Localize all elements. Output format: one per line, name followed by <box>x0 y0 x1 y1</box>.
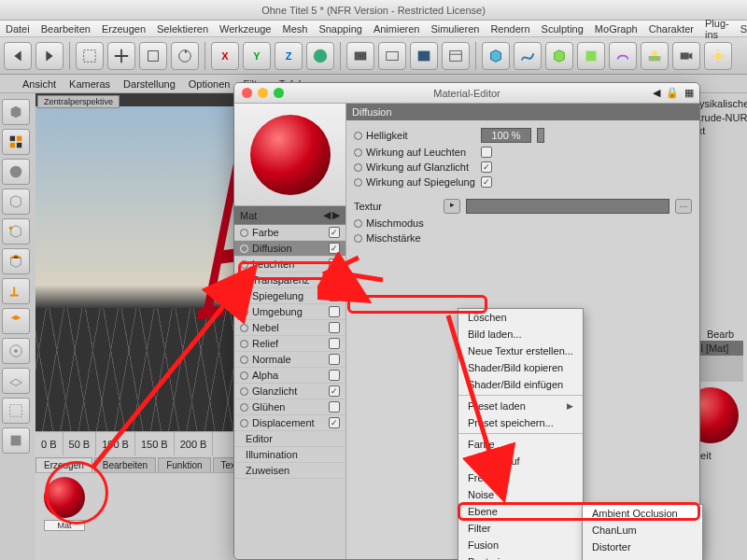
menu-sculpting[interactable]: Sculpting <box>542 23 584 35</box>
nav-back-icon[interactable]: ◀ <box>653 87 660 99</box>
viewtab-optionen[interactable]: Optionen <box>189 78 231 90</box>
menu-skript[interactable]: Skript <box>740 23 747 35</box>
textur-dropdown-button[interactable]: ▸ <box>444 199 460 214</box>
ctx-item[interactable]: Neue Textur erstellen... <box>458 343 583 359</box>
material-swatch[interactable]: Mat <box>39 477 90 531</box>
channel-checkbox[interactable] <box>329 401 340 413</box>
mattab-funktion[interactable]: Funktion <box>158 457 210 472</box>
move-tool[interactable] <box>107 42 135 70</box>
channel-glühen[interactable]: Glühen <box>234 399 345 415</box>
channel-checkbox[interactable] <box>329 354 340 365</box>
checkbox[interactable] <box>481 161 492 173</box>
menu-mograph[interactable]: MoGraph <box>595 23 638 35</box>
menu-plug-ins[interactable]: Plug-ins <box>705 18 729 40</box>
channel-glanzlicht[interactable]: Glanzlicht <box>234 384 345 399</box>
menu-bearbeiten[interactable]: Bearbeiten <box>41 23 91 35</box>
nurbs-button[interactable] <box>545 42 573 70</box>
channel-spiegelung[interactable]: Spiegelung <box>234 288 345 304</box>
menu-simulieren[interactable]: Simulieren <box>430 23 479 35</box>
channel-leuchten[interactable]: Leuchten <box>234 257 345 273</box>
material-preview[interactable] <box>234 104 345 206</box>
channel-normale[interactable]: Normale <box>234 352 345 368</box>
world-button[interactable] <box>306 42 334 70</box>
menu-mesh[interactable]: Mesh <box>282 23 307 35</box>
generator-button[interactable] <box>577 42 605 70</box>
channel-illumination[interactable]: Illumination <box>234 447 345 463</box>
environment-button[interactable] <box>641 42 669 70</box>
deformer-button[interactable] <box>609 42 637 70</box>
object-mode-icon[interactable] <box>2 99 30 125</box>
z-axis-button[interactable]: Z <box>275 42 303 70</box>
menu-rendern[interactable]: Rendern <box>490 23 529 35</box>
light-button[interactable] <box>704 42 732 70</box>
mattab-bearbeiten[interactable]: Bearbeiten <box>94 457 156 472</box>
channel-checkbox[interactable] <box>329 290 340 301</box>
rotate-tool[interactable] <box>171 42 199 70</box>
channel-displacement[interactable]: Displacement <box>234 415 345 431</box>
channel-checkbox[interactable] <box>329 417 340 428</box>
texture-mode-icon[interactable] <box>2 159 30 185</box>
channel-checkbox[interactable] <box>329 274 340 286</box>
channel-checkbox[interactable] <box>329 338 340 349</box>
tweak-icon[interactable] <box>2 398 30 424</box>
menu-charakter[interactable]: Charakter <box>649 23 694 35</box>
viewtab-ansicht[interactable]: Ansicht <box>22 78 56 90</box>
lock-icon[interactable]: 🔒 <box>666 87 679 99</box>
ctx-item[interactable]: Filter <box>458 520 583 537</box>
menu-erzeugen[interactable]: Erzeugen <box>102 23 146 35</box>
channel-checkbox[interactable] <box>329 259 340 270</box>
channel-checkbox[interactable] <box>329 370 340 381</box>
helligkeit-input[interactable]: 100 % <box>481 128 531 143</box>
menu-datei[interactable]: Datei <box>6 23 30 35</box>
snap-icon[interactable] <box>2 338 30 364</box>
channel-transparenz[interactable]: Transparenz <box>234 273 345 288</box>
axis-mode-icon[interactable] <box>2 278 30 304</box>
render-button[interactable] <box>346 42 374 70</box>
menu-snapping[interactable]: Snapping <box>318 23 362 35</box>
uv-mode-icon[interactable] <box>2 308 30 334</box>
textur-field[interactable] <box>466 199 669 214</box>
ctx-item[interactable]: Noise <box>458 486 583 503</box>
submenu-item[interactable]: Distorter <box>583 539 702 555</box>
viewtab-kameras[interactable]: Kameras <box>69 78 110 90</box>
window-titlebar[interactable]: Material-Editor ◀🔒▦ <box>234 83 699 104</box>
textur-browse-button[interactable]: … <box>675 199 692 214</box>
channel-zuweisen[interactable]: Zuweisen <box>234 463 345 479</box>
soft-icon[interactable] <box>2 427 30 454</box>
model-mode-icon[interactable] <box>2 129 30 155</box>
submenu-item[interactable]: ChanLum <box>583 522 702 539</box>
ctx-item[interactable]: Löschen <box>458 309 583 326</box>
spinner-icon[interactable] <box>537 128 544 143</box>
channel-diffusion[interactable]: Diffusion <box>234 241 345 257</box>
checkbox[interactable] <box>481 147 492 158</box>
channel-checkbox[interactable] <box>329 385 340 397</box>
minimize-icon[interactable] <box>258 88 268 98</box>
redo-button[interactable] <box>35 42 63 70</box>
next-mat-icon[interactable]: ▶ <box>332 209 340 221</box>
menu-werkzeuge[interactable]: Werkzeuge <box>219 23 271 35</box>
spline-button[interactable] <box>514 42 542 70</box>
channel-checkbox[interactable] <box>329 306 340 317</box>
undo-button[interactable] <box>4 42 32 70</box>
material-name-field[interactable]: Mat ◀▶ <box>234 206 345 225</box>
close-icon[interactable] <box>242 88 252 98</box>
checkbox[interactable] <box>481 176 492 188</box>
channel-checkbox[interactable] <box>329 322 340 333</box>
y-axis-button[interactable]: Y <box>243 42 271 70</box>
menu-icon[interactable]: ▦ <box>684 87 694 99</box>
ctx-item[interactable]: Farbverlauf <box>458 453 583 469</box>
poly-mode-icon[interactable] <box>2 248 30 274</box>
point-mode-icon[interactable] <box>2 189 30 215</box>
ctx-item[interactable]: Ebene <box>458 503 583 520</box>
picture-viewer-button[interactable] <box>410 42 438 70</box>
ctx-item[interactable]: Fusion <box>458 537 583 553</box>
ctx-item[interactable]: Preset laden▶ <box>458 398 583 414</box>
channel-farbe[interactable]: Farbe <box>234 225 345 241</box>
ctx-item[interactable]: Posterizer <box>458 553 583 560</box>
channel-checkbox[interactable] <box>329 243 340 254</box>
channel-checkbox[interactable] <box>329 227 340 238</box>
mattab-erzeugen[interactable]: Erzeugen <box>35 457 92 472</box>
edge-mode-icon[interactable] <box>2 218 30 245</box>
x-axis-button[interactable]: X <box>211 42 239 70</box>
channel-editor[interactable]: Editor <box>234 431 345 447</box>
